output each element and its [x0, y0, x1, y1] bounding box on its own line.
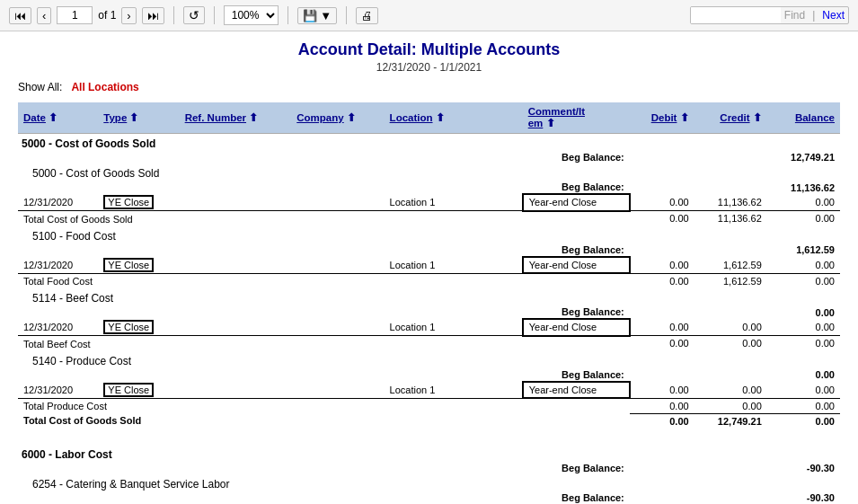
beg-bal-amount-cogs: 12,749.21	[767, 151, 840, 164]
save-button[interactable]: 💾 ▼	[297, 7, 337, 24]
table-row: Beg Balance: 11,136.62	[18, 181, 840, 194]
table-row: Beg Balance: 12,749.21	[18, 151, 840, 164]
balance: 0.00	[767, 194, 840, 211]
bb-label: Beg Balance:	[18, 243, 630, 257]
sub-account-5100: 5100 - Food Cost	[18, 226, 840, 243]
toolbar: ⏮ ‹ of 1 › ⏭ ↺ 50% 75% 100% 125% 150% 20…	[0, 0, 858, 31]
table-row: 5114 - Beef Cost	[18, 288, 840, 305]
table-row: 12/31/2020YE CloseLocation 1Year-end Clo…	[18, 257, 840, 274]
separator-1	[173, 6, 174, 24]
table-row: Total Beef Cost0.000.000.00	[18, 336, 840, 351]
separator-4	[346, 6, 347, 24]
col-location: Location ⬆	[385, 102, 523, 134]
table-row: 6254 - Catering & Banquet Service Labor	[18, 474, 840, 491]
separator-3	[287, 6, 288, 24]
find-area: Find | Next	[690, 6, 849, 24]
report-title: Account Detail: Multiple Accounts	[18, 40, 840, 59]
table-row: 5100 - Food Cost	[18, 226, 840, 243]
page-number-input[interactable]	[57, 6, 93, 24]
company	[291, 194, 384, 211]
grand-total-label-cogs: Total Cost of Goods Sold	[18, 413, 630, 429]
total-credit: 11,136.62	[694, 211, 767, 226]
beg-bal-debit	[630, 151, 694, 164]
col-date: Date ⬆	[18, 102, 98, 134]
print-button[interactable]: 🖨	[356, 7, 378, 24]
zoom-select[interactable]: 50% 75% 100% 125% 150% 200%	[224, 5, 279, 25]
col-comment: Comment/Item ⬆	[523, 102, 630, 134]
page-of-label: of 1	[98, 9, 116, 22]
show-all-row: Show All: All Locations	[18, 81, 840, 93]
bb-val: 1,612.59	[767, 243, 840, 257]
report-table: Date ⬆ Type ⬆ Ref. Number ⬆ Company ⬆ Lo…	[18, 102, 840, 504]
beg-bal-label: Beg Balance:	[18, 181, 630, 194]
date: 12/31/2020	[18, 194, 98, 211]
table-row: Total Produce Cost0.000.000.00	[18, 398, 840, 413]
table-row: Total Cost of Goods Sold 0.00 11,136.62 …	[18, 211, 840, 226]
table-row: Beg Balance:-90.30	[18, 491, 840, 505]
table-row: Total Food Cost0.001,612.590.00	[18, 273, 840, 288]
location: Location 1	[385, 194, 523, 211]
total-debit: 0.00	[630, 211, 694, 226]
first-page-button[interactable]: ⏮	[9, 7, 31, 24]
section-header-cogs: 5000 - Cost of Goods Sold	[18, 134, 840, 152]
table-row: Beg Balance:0.00	[18, 305, 840, 319]
table-row: 6000 - Labor Cost	[18, 445, 840, 462]
show-all-label: Show All:	[18, 81, 62, 93]
section-6000: 6000 - Labor Cost	[18, 445, 840, 462]
comment: Year-end Close	[523, 194, 630, 211]
col-company: Company ⬆	[291, 102, 384, 134]
col-credit: Credit ⬆	[694, 102, 767, 134]
ye-close-badge: YE Close	[103, 195, 154, 209]
type: YE Close	[98, 194, 179, 211]
find-pipe: |	[809, 9, 818, 22]
table-row: 5140 - Produce Cost	[18, 351, 840, 368]
table-row: 12/31/2020YE CloseLocation 1Year-end Clo…	[18, 382, 840, 399]
col-balance: Balance	[767, 102, 840, 134]
empty	[694, 181, 767, 194]
content: Account Detail: Multiple Accounts 12/31/…	[0, 31, 858, 504]
find-separator: Find	[781, 9, 809, 22]
credit: 11,136.62	[694, 194, 767, 211]
report-date: 12/31/2020 - 1/1/2021	[18, 61, 840, 74]
col-debit: Debit ⬆	[630, 102, 694, 134]
next-page-button[interactable]: ›	[121, 7, 136, 24]
table-row: Beg Balance:-90.30	[18, 462, 840, 474]
sub-account-6254: 6254 - Catering & Banquet Service Labor	[18, 474, 840, 491]
beg-bal-val: 11,136.62	[767, 181, 840, 194]
col-type: Type ⬆	[98, 102, 179, 134]
table-row: 12/31/2020 YE Close Location 1 Year-end …	[18, 194, 840, 211]
refresh-button[interactable]: ↺	[183, 6, 205, 24]
col-ref: Ref. Number ⬆	[180, 102, 292, 134]
table-row: 5000 - Cost of Goods Sold	[18, 134, 840, 152]
table-row: Beg Balance:1,612.59	[18, 243, 840, 257]
table-header-row: Date ⬆ Type ⬆ Ref. Number ⬆ Company ⬆ Lo…	[18, 102, 840, 134]
prev-page-button[interactable]: ‹	[37, 7, 51, 24]
table-row	[18, 429, 840, 445]
find-next-button[interactable]: Next	[818, 7, 848, 23]
last-page-button[interactable]: ⏭	[142, 7, 164, 24]
total-label-5000: Total Cost of Goods Sold	[18, 211, 630, 226]
total-balance: 0.00	[767, 211, 840, 226]
table-row: Total Cost of Goods Sold0.0012,749.210.0…	[18, 413, 840, 429]
separator-2	[214, 6, 215, 24]
ref	[180, 194, 292, 211]
table-row: 5000 - Cost of Goods Sold	[18, 164, 840, 181]
empty	[630, 181, 694, 194]
beg-balance-label-cogs: Beg Balance:	[18, 151, 630, 164]
table-row: 12/31/2020YE CloseLocation 1Year-end Clo…	[18, 319, 840, 336]
sub-account-5114: 5114 - Beef Cost	[18, 288, 840, 305]
show-all-value: All Locations	[71, 81, 138, 93]
table-row: Beg Balance:0.00	[18, 368, 840, 382]
debit: 0.00	[630, 194, 694, 211]
sub-account-5140: 5140 - Produce Cost	[18, 351, 840, 368]
find-input[interactable]	[691, 7, 781, 23]
beg-bal-credit	[694, 151, 767, 164]
sub-account-5000: 5000 - Cost of Goods Sold	[18, 164, 840, 181]
